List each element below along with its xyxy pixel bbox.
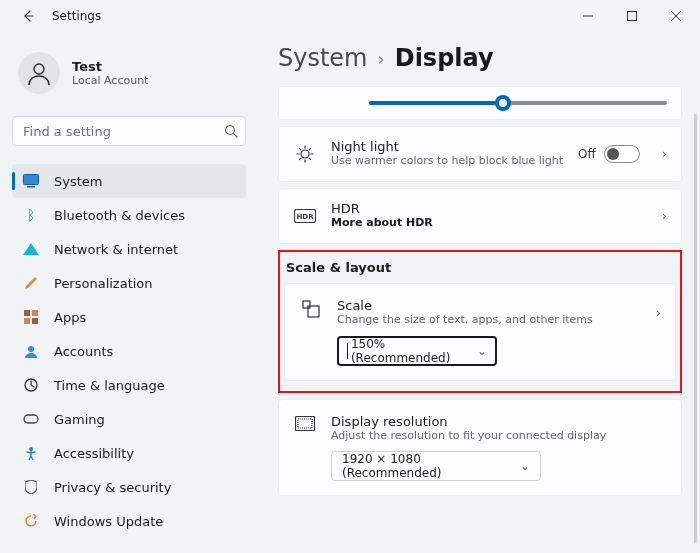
svg-rect-11 xyxy=(24,415,38,423)
night-light-icon xyxy=(293,145,317,163)
update-icon xyxy=(22,512,40,530)
scale-dropdown[interactable]: 150% (Recommended) ⌄ xyxy=(337,336,497,366)
avatar xyxy=(18,52,60,94)
sidebar-item-system[interactable]: System xyxy=(12,164,246,198)
sidebar-item-label: Accounts xyxy=(54,344,113,359)
resolution-dropdown[interactable]: 1920 × 1080 (Recommended) ⌄ xyxy=(331,451,541,481)
chevron-right-icon: › xyxy=(378,48,385,69)
toggle-state: Off xyxy=(578,147,596,161)
section-title: Scale & layout xyxy=(286,260,676,275)
text-cursor xyxy=(347,343,348,359)
svg-rect-4 xyxy=(27,186,35,188)
sidebar-item-time[interactable]: Time & language xyxy=(12,368,246,402)
card-title: Night light xyxy=(331,139,564,154)
scale-card[interactable]: Scale Change the size of text, apps, and… xyxy=(284,283,676,381)
card-title: Scale xyxy=(337,298,634,313)
sidebar-item-accessibility[interactable]: Accessibility xyxy=(12,436,246,470)
sidebar-item-label: Gaming xyxy=(54,412,105,427)
bluetooth-icon: ᛒ xyxy=(22,206,40,224)
hdr-card[interactable]: HDR HDR More about HDR › xyxy=(278,188,682,244)
brightness-card xyxy=(278,86,682,120)
night-light-toggle[interactable] xyxy=(604,145,640,163)
maximize-button[interactable] xyxy=(610,0,654,32)
svg-rect-3 xyxy=(24,175,39,185)
minimize-icon xyxy=(583,11,593,21)
brush-icon xyxy=(22,274,40,292)
window-controls xyxy=(566,0,698,32)
svg-rect-8 xyxy=(32,318,38,324)
sidebar-item-label: Personalization xyxy=(54,276,153,291)
brightness-slider[interactable] xyxy=(369,101,667,105)
svg-point-13 xyxy=(301,150,309,158)
resolution-card[interactable]: Display resolution Adjust the resolution… xyxy=(278,399,682,497)
account-icon xyxy=(22,342,40,360)
sidebar-item-label: Time & language xyxy=(54,378,165,393)
card-subtitle: Use warmer colors to help block blue lig… xyxy=(331,154,564,169)
sidebar-item-privacy[interactable]: Privacy & security xyxy=(12,470,246,504)
maximize-icon xyxy=(627,11,637,21)
sidebar-item-label: System xyxy=(54,174,102,189)
scale-icon xyxy=(299,300,323,318)
search-icon xyxy=(224,124,238,138)
highlight-box: Scale & layout Scale Change the size of … xyxy=(278,250,682,393)
chevron-right-icon: › xyxy=(656,305,661,320)
person-icon xyxy=(26,60,52,86)
sidebar-item-apps[interactable]: Apps xyxy=(12,300,246,334)
svg-rect-5 xyxy=(24,310,30,316)
chevron-right-icon: › xyxy=(662,208,667,223)
search-input[interactable] xyxy=(12,116,246,146)
scrollbar[interactable] xyxy=(694,114,697,543)
card-subtitle: Change the size of text, apps, and other… xyxy=(337,313,634,328)
sidebar-item-personalization[interactable]: Personalization xyxy=(12,266,246,300)
chevron-down-icon: ⌄ xyxy=(477,344,487,358)
titlebar: Settings xyxy=(0,0,700,32)
clock-icon xyxy=(22,376,40,394)
window-title: Settings xyxy=(52,9,566,23)
card-title: HDR xyxy=(331,201,640,216)
resolution-icon xyxy=(293,416,317,432)
page-title: Display xyxy=(395,44,494,72)
svg-rect-0 xyxy=(628,12,637,21)
night-light-card[interactable]: Night light Use warmer colors to help bl… xyxy=(278,126,682,182)
dropdown-value: 1920 × 1080 (Recommended) xyxy=(342,452,520,480)
sidebar-item-update[interactable]: Windows Update xyxy=(12,504,246,538)
gaming-icon xyxy=(22,410,40,428)
nav-list: System ᛒBluetooth & devices Network & in… xyxy=(12,164,246,553)
close-icon xyxy=(671,11,681,21)
dropdown-value: 150% (Recommended) xyxy=(351,337,477,365)
svg-rect-19 xyxy=(298,419,312,428)
back-button[interactable] xyxy=(16,4,40,28)
svg-text:HDR: HDR xyxy=(296,213,314,221)
sidebar-item-bluetooth[interactable]: ᛒBluetooth & devices xyxy=(12,198,246,232)
sidebar-item-accounts[interactable]: Accounts xyxy=(12,334,246,368)
main-content: System › Display Night light Use warmer … xyxy=(258,32,700,553)
sidebar-item-gaming[interactable]: Gaming xyxy=(12,402,246,436)
slider-thumb[interactable] xyxy=(495,95,511,111)
svg-point-9 xyxy=(28,346,34,352)
close-button[interactable] xyxy=(654,0,698,32)
breadcrumb-parent[interactable]: System xyxy=(278,44,368,72)
accessibility-icon xyxy=(22,444,40,462)
minimize-button[interactable] xyxy=(566,0,610,32)
sidebar-item-network[interactable]: Network & internet xyxy=(12,232,246,266)
arrow-left-icon xyxy=(21,9,35,23)
chevron-down-icon: ⌄ xyxy=(520,459,530,473)
svg-rect-7 xyxy=(24,318,30,324)
card-title: Display resolution xyxy=(331,414,667,429)
user-account-row[interactable]: Test Local Account xyxy=(12,44,246,102)
hdr-icon: HDR xyxy=(293,209,317,223)
sidebar-item-label: Privacy & security xyxy=(54,480,171,495)
svg-point-1 xyxy=(34,64,44,74)
sidebar-item-label: Windows Update xyxy=(54,514,163,529)
system-icon xyxy=(22,172,40,190)
sidebar: Test Local Account System ᛒBluetooth & d… xyxy=(0,32,258,553)
sidebar-item-label: Apps xyxy=(54,310,86,325)
shield-icon xyxy=(22,478,40,496)
chevron-right-icon: › xyxy=(662,146,667,161)
sidebar-item-label: Bluetooth & devices xyxy=(54,208,185,223)
sidebar-item-label: Network & internet xyxy=(54,242,178,257)
apps-icon xyxy=(22,308,40,326)
sidebar-item-label: Accessibility xyxy=(54,446,134,461)
wifi-icon xyxy=(22,240,40,258)
card-subtitle: Adjust the resolution to fit your connec… xyxy=(331,429,667,444)
